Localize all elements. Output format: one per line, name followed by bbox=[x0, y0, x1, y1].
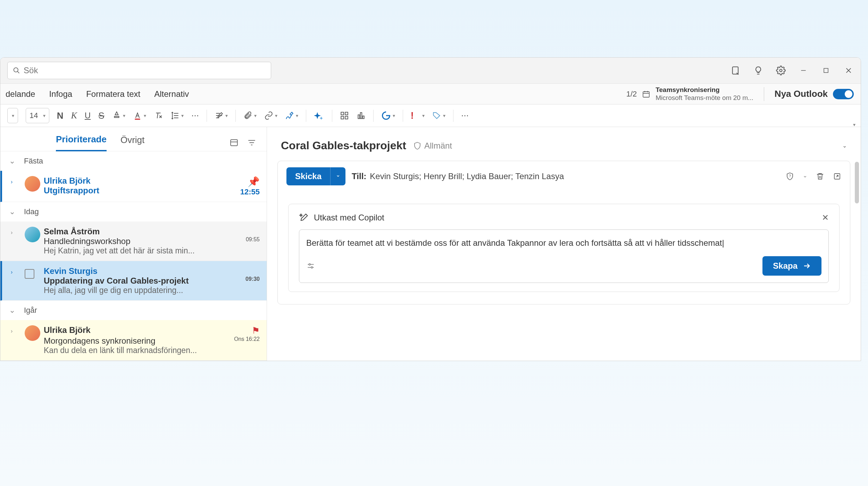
copilot-icon[interactable] bbox=[314, 110, 324, 121]
font-size-select[interactable]: 14 ▾ bbox=[26, 108, 49, 123]
expand-icon[interactable]: › bbox=[11, 176, 25, 196]
chevron-down-icon[interactable]: ⌄ bbox=[803, 172, 807, 181]
tab-message-partial[interactable]: delande bbox=[6, 87, 35, 101]
new-outlook-label: Nya Outlook bbox=[775, 89, 828, 99]
email-sender: Kevin Sturgis bbox=[44, 266, 260, 276]
filter-icon[interactable] bbox=[247, 138, 256, 147]
tag-button[interactable]: ▾ bbox=[432, 111, 445, 120]
send-button-group: Skicka ⌄ bbox=[286, 167, 345, 185]
layout-icon[interactable] bbox=[229, 138, 239, 147]
signature-button[interactable]: ▾ bbox=[285, 111, 298, 120]
title-bar-actions bbox=[731, 65, 854, 76]
attach-button[interactable]: ▾ bbox=[243, 111, 257, 120]
tab-format-text[interactable]: Formatera text bbox=[86, 87, 140, 101]
compose-actions: ? ⌄ bbox=[786, 172, 841, 181]
tab-options[interactable]: Alternativ bbox=[154, 87, 189, 101]
scrollbar-thumb[interactable] bbox=[855, 162, 859, 203]
to-label: Till: bbox=[352, 171, 366, 181]
expand-icon[interactable]: › bbox=[11, 325, 25, 355]
inbox-tabs: Prioriterade Övrigt bbox=[0, 127, 267, 151]
search-box[interactable] bbox=[7, 62, 271, 79]
app-window: delande Infoga Formatera text Alternativ… bbox=[0, 57, 861, 361]
more-options-button[interactable]: ⋯ bbox=[461, 111, 469, 120]
meeting-reminder[interactable]: Teamsynkronisering Microsoft Teams-möte … bbox=[656, 86, 753, 102]
send-options-button[interactable]: ⌄ bbox=[330, 167, 345, 185]
close-icon[interactable]: ✕ bbox=[822, 213, 829, 223]
expand-icon[interactable]: › bbox=[11, 266, 25, 295]
tab-other[interactable]: Övrigt bbox=[120, 135, 144, 151]
create-button[interactable]: Skapa bbox=[762, 256, 821, 276]
expand-icon[interactable]: › bbox=[11, 227, 25, 255]
gear-icon[interactable] bbox=[776, 65, 786, 76]
reminder-subtitle: Microsoft Teams-möte om 20 m... bbox=[656, 94, 753, 102]
styles-button[interactable]: ▾ bbox=[215, 111, 228, 120]
section-yesterday[interactable]: ⌄ Igår bbox=[0, 301, 267, 320]
strikethrough-button[interactable]: S bbox=[98, 110, 104, 121]
svg-point-3 bbox=[780, 69, 782, 72]
new-outlook-toggle[interactable] bbox=[833, 89, 854, 99]
svg-rect-22 bbox=[362, 116, 364, 119]
loop-button[interactable]: ▾ bbox=[381, 111, 395, 120]
divider bbox=[373, 110, 374, 122]
header-right-area: 1/2 Teamsynkronisering Microsoft Teams-m… bbox=[626, 86, 854, 102]
reading-pane: Coral Gables-takprojekt Allmänt ⌄ Skicka… bbox=[267, 127, 861, 361]
link-button[interactable]: ▾ bbox=[264, 111, 277, 120]
font-family-select[interactable]: ▾ bbox=[7, 108, 18, 123]
email-time: Ons 16:22 bbox=[234, 336, 260, 346]
underline-button[interactable]: U bbox=[85, 111, 91, 120]
send-button[interactable]: Skicka bbox=[286, 167, 330, 185]
scrollbar[interactable] bbox=[855, 162, 859, 335]
tab-insert[interactable]: Infoga bbox=[49, 87, 72, 101]
lightbulb-icon[interactable] bbox=[753, 65, 763, 76]
notes-icon[interactable] bbox=[731, 65, 741, 76]
email-preview: Kan du dela en länk till marknadsföringe… bbox=[44, 346, 260, 355]
main-area: Prioriterade Övrigt ⌄ Fästa › Ulrika Bjö… bbox=[0, 127, 861, 361]
shield-options-icon[interactable]: ? bbox=[786, 172, 794, 181]
italic-button[interactable]: K bbox=[71, 110, 77, 121]
section-pinned[interactable]: ⌄ Fästa bbox=[0, 151, 267, 171]
email-checkbox[interactable] bbox=[25, 269, 34, 279]
maximize-button[interactable] bbox=[821, 65, 831, 76]
line-spacing-button[interactable]: ▾ bbox=[170, 111, 184, 120]
ribbon-expand-button[interactable]: ▾ bbox=[852, 122, 856, 127]
importance-high-button[interactable]: ! bbox=[411, 110, 414, 121]
copilot-footer: Skapa bbox=[306, 256, 821, 276]
email-subject: Utgiftsrapport bbox=[44, 186, 240, 195]
clear-formatting-button[interactable] bbox=[154, 111, 163, 120]
popout-icon[interactable] bbox=[833, 172, 841, 181]
email-preview: Hej Katrin, jag vet att det här är sista… bbox=[44, 246, 260, 255]
adjust-icon[interactable] bbox=[306, 261, 315, 270]
svg-rect-5 bbox=[824, 68, 828, 73]
tab-focused[interactable]: Prioriterade bbox=[56, 134, 107, 151]
section-today[interactable]: ⌄ Idag bbox=[0, 202, 267, 221]
highlight-button[interactable]: ▾ bbox=[112, 111, 125, 120]
bold-button[interactable]: N bbox=[57, 110, 64, 121]
flag-icon[interactable]: ⚑ bbox=[252, 325, 260, 336]
svg-line-1 bbox=[17, 72, 19, 73]
copilot-draft-card: Utkast med Copilot ✕ Berätta för teamet … bbox=[288, 204, 840, 292]
avatar bbox=[25, 176, 40, 192]
copilot-prompt-box[interactable]: Berätta för teamet att vi bestämde oss f… bbox=[299, 229, 829, 283]
poll-button[interactable] bbox=[357, 111, 366, 120]
delete-icon[interactable] bbox=[816, 172, 824, 181]
minimize-button[interactable] bbox=[798, 65, 809, 76]
arrow-right-icon bbox=[803, 262, 811, 270]
thread-expand-icon[interactable]: ⌄ bbox=[842, 142, 847, 149]
to-field[interactable]: Till: Kevin Sturgis; Henry Brill; Lydia … bbox=[352, 171, 779, 181]
email-item-pinned[interactable]: › Ulrika Björk Utgiftsrapport 📌 12:55 bbox=[0, 171, 267, 202]
divider bbox=[764, 87, 764, 101]
copilot-draft-icon bbox=[299, 213, 309, 223]
more-formatting-button[interactable]: ⋯ bbox=[191, 111, 199, 120]
svg-point-0 bbox=[14, 68, 18, 72]
email-item-selected[interactable]: › Kevin Sturgis Uppdatering av Coral Gab… bbox=[0, 261, 267, 301]
calendar-icon[interactable] bbox=[642, 90, 650, 98]
email-item[interactable]: › Selma Åström Handledningsworkshop 09:5… bbox=[0, 221, 267, 261]
apps-button[interactable] bbox=[340, 111, 349, 120]
close-button[interactable] bbox=[843, 65, 854, 76]
divider bbox=[207, 110, 207, 122]
email-item-flagged[interactable]: › Ulrika Björk ⚑ Morgondagens synkronise… bbox=[0, 320, 267, 361]
font-color-button[interactable]: ▾ bbox=[133, 111, 146, 120]
pin-icon[interactable]: 📌 bbox=[240, 176, 260, 187]
search-input[interactable] bbox=[24, 66, 266, 75]
email-time: 09:55 bbox=[246, 236, 260, 246]
